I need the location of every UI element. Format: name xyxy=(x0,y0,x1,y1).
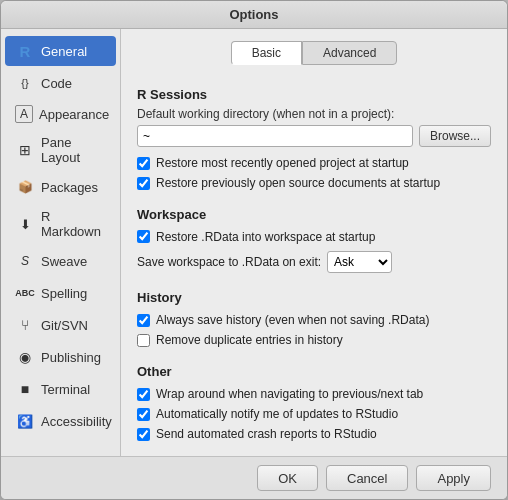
sidebar-item-sweave[interactable]: S Sweave xyxy=(5,246,116,276)
sidebar-label-terminal: Terminal xyxy=(41,382,90,397)
sidebar-item-terminal[interactable]: ■ Terminal xyxy=(5,374,116,404)
restore-rdata-row[interactable]: Restore .RData into workspace at startup xyxy=(137,230,491,244)
dir-input[interactable] xyxy=(137,125,413,147)
restore-source-row[interactable]: Restore previously open source documents… xyxy=(137,176,491,190)
sidebar-item-git-svn[interactable]: ⑂ Git/SVN xyxy=(5,310,116,340)
sidebar-label-code: Code xyxy=(41,76,72,91)
packages-icon: 📦 xyxy=(15,177,35,197)
sidebar-label-sweave: Sweave xyxy=(41,254,87,269)
footer: OK Cancel Apply xyxy=(1,456,507,499)
r-sessions-title: R Sessions xyxy=(137,87,491,102)
crash-reports-label: Send automated crash reports to RStudio xyxy=(156,427,377,441)
ok-button[interactable]: OK xyxy=(257,465,318,491)
publishing-icon: ◉ xyxy=(15,347,35,367)
remove-duplicates-checkbox[interactable] xyxy=(137,334,150,347)
restore-rdata-checkbox[interactable] xyxy=(137,230,150,243)
wrap-around-row[interactable]: Wrap around when navigating to previous/… xyxy=(137,387,491,401)
options-window: Options R General {} Code A Appearance ⊞… xyxy=(0,0,508,500)
sidebar-item-code[interactable]: {} Code xyxy=(5,68,116,98)
window-title: Options xyxy=(229,7,278,22)
sidebar-item-pane-layout[interactable]: ⊞ Pane Layout xyxy=(5,130,116,170)
sidebar-item-spelling[interactable]: ABC Spelling xyxy=(5,278,116,308)
sidebar-label-packages: Packages xyxy=(41,180,98,195)
sidebar-label-appearance: Appearance xyxy=(39,107,109,122)
history-title: History xyxy=(137,290,491,305)
sidebar-item-appearance[interactable]: A Appearance xyxy=(5,100,116,128)
sidebar-label-r-markdown: R Markdown xyxy=(41,209,106,239)
tab-advanced[interactable]: Advanced xyxy=(302,41,397,65)
terminal-icon: ■ xyxy=(15,379,35,399)
apply-button[interactable]: Apply xyxy=(416,465,491,491)
workspace-title: Workspace xyxy=(137,207,491,222)
sidebar-item-packages[interactable]: 📦 Packages xyxy=(5,172,116,202)
restore-project-row[interactable]: Restore most recently opened project at … xyxy=(137,156,491,170)
sweave-icon: S xyxy=(15,251,35,271)
sidebar-label-publishing: Publishing xyxy=(41,350,101,365)
sidebar-label-spelling: Spelling xyxy=(41,286,87,301)
remove-duplicates-label: Remove duplicate entries in history xyxy=(156,333,343,347)
always-save-history-row[interactable]: Always save history (even when not savin… xyxy=(137,313,491,327)
restore-source-label: Restore previously open source documents… xyxy=(156,176,440,190)
remove-duplicates-row[interactable]: Remove duplicate entries in history xyxy=(137,333,491,347)
sidebar-label-general: General xyxy=(41,44,87,59)
pane-layout-icon: ⊞ xyxy=(15,140,35,160)
tab-basic[interactable]: Basic xyxy=(231,41,302,65)
wrap-around-checkbox[interactable] xyxy=(137,388,150,401)
restore-source-checkbox[interactable] xyxy=(137,177,150,190)
always-save-history-label: Always save history (even when not savin… xyxy=(156,313,429,327)
notify-updates-row[interactable]: Automatically notify me of updates to RS… xyxy=(137,407,491,421)
sidebar-item-r-markdown[interactable]: ⬇ R Markdown xyxy=(5,204,116,244)
crash-reports-row[interactable]: Send automated crash reports to RStudio xyxy=(137,427,491,441)
sidebar-label-git-svn: Git/SVN xyxy=(41,318,88,333)
sidebar-label-pane-layout: Pane Layout xyxy=(41,135,106,165)
crash-reports-checkbox[interactable] xyxy=(137,428,150,441)
save-workspace-select[interactable]: Ask Always Never xyxy=(327,251,392,273)
tab-bar: Basic Advanced xyxy=(137,41,491,65)
notify-updates-checkbox[interactable] xyxy=(137,408,150,421)
accessibility-icon: ♿ xyxy=(15,411,35,431)
restore-project-checkbox[interactable] xyxy=(137,157,150,170)
dir-label: Default working directory (when not in a… xyxy=(137,107,491,121)
dir-row: Browse... xyxy=(137,125,491,147)
wrap-around-label: Wrap around when navigating to previous/… xyxy=(156,387,423,401)
title-bar: Options xyxy=(1,1,507,29)
save-workspace-row: Save workspace to .RData on exit: Ask Al… xyxy=(137,251,491,273)
sidebar-label-accessibility: Accessibility xyxy=(41,414,112,429)
sidebar-item-general[interactable]: R General xyxy=(5,36,116,66)
appearance-icon: A xyxy=(15,105,33,123)
save-workspace-label: Save workspace to .RData on exit: xyxy=(137,255,321,269)
general-icon: R xyxy=(15,41,35,61)
git-svn-icon: ⑂ xyxy=(15,315,35,335)
main-content: Basic Advanced R Sessions Default workin… xyxy=(121,29,507,456)
window-body: R General {} Code A Appearance ⊞ Pane La… xyxy=(1,29,507,456)
browse-button[interactable]: Browse... xyxy=(419,125,491,147)
restore-rdata-label: Restore .RData into workspace at startup xyxy=(156,230,375,244)
notify-updates-label: Automatically notify me of updates to RS… xyxy=(156,407,398,421)
restore-project-label: Restore most recently opened project at … xyxy=(156,156,409,170)
spelling-icon: ABC xyxy=(15,283,35,303)
code-icon: {} xyxy=(15,73,35,93)
sidebar-item-accessibility[interactable]: ♿ Accessibility xyxy=(5,406,116,436)
r-markdown-icon: ⬇ xyxy=(15,214,35,234)
sidebar-item-publishing[interactable]: ◉ Publishing xyxy=(5,342,116,372)
other-title: Other xyxy=(137,364,491,379)
sidebar: R General {} Code A Appearance ⊞ Pane La… xyxy=(1,29,121,456)
always-save-history-checkbox[interactable] xyxy=(137,314,150,327)
cancel-button[interactable]: Cancel xyxy=(326,465,408,491)
